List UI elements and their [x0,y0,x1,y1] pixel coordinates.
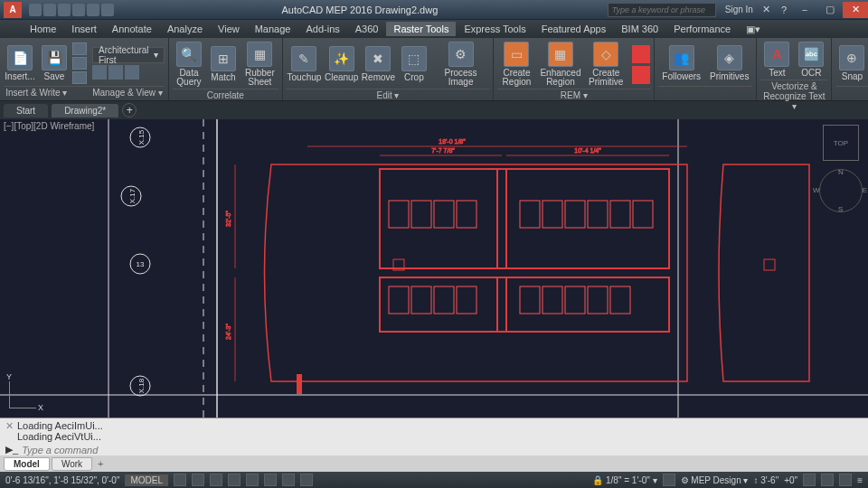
layout-add-button[interactable]: + [98,458,103,469]
tab-a360[interactable]: A360 [348,22,386,36]
tab-expand-icon[interactable]: ▣▾ [739,22,768,37]
file-tab-drawing[interactable]: Drawing2* [52,104,118,117]
snap-toggle-icon[interactable] [192,474,204,486]
minimize-button[interactable]: − [792,2,817,18]
view-icon[interactable] [92,65,107,80]
enhanced-region-button[interactable]: ▦Enhanced Region [538,40,584,89]
tab-performance[interactable]: Performance [666,22,738,36]
help-search-input[interactable] [608,3,716,17]
primitives-button[interactable]: ◈Primitives [706,43,752,83]
transparency-toggle-icon[interactable] [300,474,313,486]
qat-undo-icon[interactable] [72,4,85,16]
new-tab-button[interactable]: + [122,103,137,117]
app-logo[interactable]: A [4,2,22,18]
exchange-icon[interactable]: ✕ [762,4,770,15]
small-icon[interactable] [72,42,87,55]
remove-button[interactable]: ✖Remove [361,44,396,84]
tab-manage[interactable]: Manage [248,22,298,36]
save-button[interactable]: 💾Save [38,43,71,83]
create-region-button[interactable]: ▭Create Region [497,40,536,89]
grid-toggle-icon[interactable] [174,474,186,486]
customize-status-icon[interactable]: ≡ [857,475,863,485]
workspace-switcher[interactable]: ⚙ MEP Design ▾ [681,475,749,485]
command-input[interactable] [22,445,863,455]
svg-rect-24 [542,201,562,228]
view-icon[interactable] [108,65,123,80]
osnap-toggle-icon[interactable] [246,474,259,486]
crop-button[interactable]: ⬚Crop [398,44,430,84]
tab-express-tools[interactable]: Express Tools [457,22,533,36]
qat-print-icon[interactable] [101,4,114,16]
qat-save-icon[interactable] [58,4,71,16]
group-label: REM [561,90,580,100]
help-icon[interactable]: ? [781,5,787,15]
layout-tabs: Model Work + [0,455,868,472]
annoscale-icon[interactable] [663,474,675,486]
close-button[interactable]: ✕ [843,2,868,18]
qat-new-icon[interactable] [29,4,42,16]
clean-screen-icon[interactable] [839,474,852,486]
viewcube[interactable]: TOP [823,125,859,161]
tab-insert[interactable]: Insert [64,22,104,36]
lineweight-toggle-icon[interactable] [282,474,295,486]
color-red-swatch[interactable] [632,45,650,63]
qat-redo-icon[interactable] [87,4,99,16]
coordinates-readout: 0'-6 13/16", 1'-8 15/32", 0'-0" [5,475,119,485]
qat-open-icon[interactable] [43,4,56,16]
space-toggle[interactable]: MODEL [125,474,168,486]
create-primitive-button[interactable]: ◇Create Primitive [585,40,627,89]
snap-button[interactable]: ⊕Snap [835,43,868,83]
cleanup-button[interactable]: ✨Cleanup [324,44,359,84]
layout-tab-model[interactable]: Model [4,457,50,471]
tab-analyze[interactable]: Analyze [160,22,210,36]
tab-addins[interactable]: Add-ins [298,22,346,36]
svg-rect-34 [542,286,562,314]
elevation-readout[interactable]: ↕ 3'-6" [754,475,779,485]
ribbon-tabs: Home Insert Annotate Analyze View Manage… [0,20,868,38]
tab-annotate[interactable]: Annotate [105,22,159,36]
layout-tab-work[interactable]: Work [52,457,92,471]
touchup-button[interactable]: ✎Touchup [287,44,322,84]
view-icon[interactable] [125,65,139,80]
data-query-button[interactable]: 🔍Data Query [173,40,205,89]
statusbar: 0'-6 13/16", 1'-8 15/32", 0'-0" MODEL 🔒 … [0,472,868,488]
file-tab-start[interactable]: Start [4,104,48,117]
group-label: Insert & Write [5,88,60,98]
svg-rect-36 [588,286,608,314]
isolate-icon[interactable] [803,474,816,486]
hardware-accel-icon[interactable] [821,474,834,486]
group-label [658,86,752,99]
tab-featured-apps[interactable]: Featured Apps [534,22,614,36]
command-line: ✕ Loading AeciImUi... Loading AeciVtUi..… [0,418,868,455]
cmdline-close-icon[interactable]: ✕ [5,420,14,432]
svg-rect-29 [389,286,409,314]
signin-link[interactable]: Sign In [725,5,753,14]
tab-raster-tools[interactable]: Raster Tools [386,22,456,36]
ortho-toggle-icon[interactable] [210,474,222,486]
text-button[interactable]: AText [760,40,793,80]
tab-bim360[interactable]: BIM 360 [614,22,665,36]
insert-small-tools [72,42,87,84]
polar-toggle-icon[interactable] [228,474,241,486]
maximize-button[interactable]: ▢ [817,2,843,18]
tab-home[interactable]: Home [23,22,63,36]
offset-readout[interactable]: +0" [784,475,797,485]
color-red-swatch[interactable] [632,66,650,84]
followers-button[interactable]: 👥Followers [658,43,704,83]
svg-rect-50 [297,374,302,394]
small-icon[interactable] [72,71,87,84]
small-icon[interactable] [72,57,87,70]
group-label: Manage & View [92,88,156,98]
compass[interactable]: N S E W [819,169,863,212]
rubber-sheet-button[interactable]: ▦Rubber Sheet [241,40,278,89]
ocr-button[interactable]: 🔤OCR [795,40,827,80]
match-button[interactable]: ⊞Match [207,44,240,84]
otrack-toggle-icon[interactable] [264,474,277,486]
raster-preset-dropdown[interactable]: Architectural First ▾ [92,47,165,63]
insert-button[interactable]: 📄Insert... [4,43,36,83]
annotation-scale[interactable]: 🔒 1/8" = 1'-0" ▾ [592,475,656,485]
ribbon-group-edit: ✎Touchup ✨Cleanup ✖Remove ⬚Crop ⚙Process… [283,38,494,100]
drawing-canvas[interactable]: [−][Top][2D Wireframe] X.15 X.17 13 X.18… [0,119,868,418]
process-image-button[interactable]: ⚙Process Image [432,40,489,89]
tab-view[interactable]: View [211,22,247,36]
